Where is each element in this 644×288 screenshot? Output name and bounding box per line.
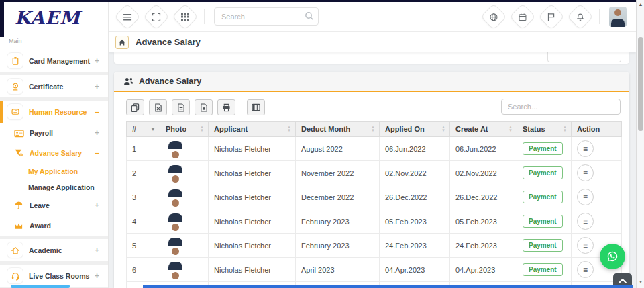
cell-deduct-month: August 2022: [296, 137, 380, 161]
column-header-photo[interactable]: Photo▲▼: [160, 122, 209, 137]
report-button[interactable]: [538, 3, 565, 30]
sidebar-section-label: Main: [0, 31, 108, 50]
cell-num: 6: [127, 258, 160, 282]
grid-icon: [181, 13, 189, 21]
cell-applicant: Nicholas Fletcher: [209, 185, 296, 209]
column-header-status[interactable]: Status▲▼: [517, 122, 572, 137]
sidebar-item-award[interactable]: Award: [0, 215, 108, 236]
certificate-icon: [7, 79, 23, 94]
column-header-applicant[interactable]: Applicant▲▼: [209, 122, 296, 137]
vertical-scrollbar[interactable]: ▲ ▼: [636, 0, 644, 288]
brand-logo[interactable]: KAEM: [0, 2, 108, 31]
human-resource-icon: [7, 104, 23, 119]
sidebar-item-advance-salary[interactable]: Advance Salary –: [0, 143, 108, 163]
sidebar-item-card-management[interactable]: Card Management +: [0, 50, 108, 72]
whatsapp-button[interactable]: [600, 244, 625, 269]
row-action-button[interactable]: ≡: [577, 140, 594, 157]
clipped-control: [547, 52, 621, 62]
cell-applied-on: 06.Jun.2022: [380, 137, 450, 161]
pdf-export-button[interactable]: [195, 99, 213, 115]
horizontal-scrollbar-thumb[interactable]: [11, 285, 70, 288]
sort-icon: ▲▼: [287, 126, 291, 132]
sidebar-item-live-class-rooms[interactable]: Live Class Rooms +: [0, 265, 108, 287]
column-header-deduct-month[interactable]: Deduct Month▲▼: [296, 122, 380, 137]
fullscreen-button[interactable]: [143, 3, 170, 30]
cell-num: 5: [127, 234, 160, 258]
clipboard-icon: [7, 53, 23, 68]
table-row: 3 Nicholas Fletcher December 2022 26.Dec…: [127, 185, 622, 209]
copy-button[interactable]: [126, 99, 144, 115]
cell-create-at: 26.Dec.2022: [450, 185, 517, 209]
status-badge: Payment: [523, 239, 563, 252]
breadcrumb-home-button[interactable]: [115, 36, 129, 49]
table-row: 5 Nicholas Fletcher February 2023 24.Feb…: [127, 234, 622, 258]
sidebar-item-manage-application[interactable]: Manage Application: [0, 179, 108, 195]
copy-icon: [131, 103, 140, 112]
cell-applied-on: 24.Feb.2023: [380, 234, 450, 258]
cell-applied-on: 04.Apr.2023: [380, 258, 450, 282]
csv-export-button[interactable]: [172, 99, 190, 115]
cell-num: 2: [127, 161, 160, 185]
scrollbar-down-arrow[interactable]: ▼: [637, 279, 644, 284]
column-visibility-button[interactable]: [247, 99, 265, 115]
table-search-input[interactable]: [501, 99, 621, 115]
scrollbar-up-arrow[interactable]: ▲: [637, 2, 644, 7]
print-button[interactable]: [217, 99, 235, 115]
panel-title: Advance Salary: [139, 77, 201, 86]
cell-applied-on: 02.Nov.2022: [380, 161, 450, 185]
cell-applicant: Nicholas Fletcher: [209, 209, 296, 234]
notifications-button[interactable]: [567, 3, 594, 30]
excel-icon: [154, 103, 162, 112]
sidebar-item-academic[interactable]: Academic +: [0, 239, 108, 261]
filter-icon: [13, 148, 24, 158]
umbrella-icon: [13, 201, 24, 210]
cell-applied-on: 05.Feb.2023: [380, 209, 450, 234]
sidebar-item-leave[interactable]: Leave +: [0, 195, 108, 215]
apps-button[interactable]: [172, 3, 199, 30]
sidebar-item-certificate[interactable]: Certificate +: [0, 75, 108, 97]
menu-toggle-button[interactable]: [114, 3, 141, 30]
app-window: KAEM Main Card Management + Certificate …: [0, 0, 644, 288]
advance-salary-table: #▼ Photo▲▼ Applicant▲▼ Deduct Month▲▼ Ap…: [126, 121, 622, 288]
row-action-button[interactable]: ≡: [577, 261, 594, 278]
sidebar-item-payroll[interactable]: Payroll +: [0, 123, 108, 143]
cell-applicant: Nicholas Fletcher: [209, 234, 296, 258]
status-badge: Payment: [523, 191, 563, 203]
row-action-button[interactable]: ≡: [577, 164, 594, 181]
globe-icon: [490, 12, 498, 21]
row-action-button[interactable]: ≡: [577, 237, 594, 254]
column-header-num[interactable]: #▼: [127, 122, 160, 137]
table-header-row: #▼ Photo▲▼ Applicant▲▼ Deduct Month▲▼ Ap…: [127, 122, 622, 137]
id-card-icon: [13, 129, 24, 138]
menu-icon: [123, 13, 132, 20]
cell-create-at: 24.Feb.2023: [450, 234, 517, 258]
scrollbar-thumb[interactable]: [638, 37, 643, 131]
status-badge: Payment: [523, 215, 563, 228]
column-header-applied-on[interactable]: Applied On▲▼: [380, 122, 450, 137]
language-button[interactable]: [480, 3, 507, 30]
bottom-bar: [143, 285, 633, 288]
sort-desc-icon: ▼: [150, 126, 156, 132]
excel-export-button[interactable]: [149, 99, 167, 115]
global-search-input[interactable]: [214, 7, 319, 26]
print-icon: [222, 103, 231, 112]
bell-icon: [576, 12, 585, 21]
flag-icon: [547, 12, 555, 21]
sidebar-item-human-resource[interactable]: Human Resource –: [0, 101, 108, 123]
user-avatar[interactable]: [609, 7, 627, 27]
calendar-button[interactable]: [509, 3, 536, 30]
table-row: 2 Nicholas Fletcher November 2022 02.Nov…: [127, 161, 622, 185]
sidebar-item-my-application[interactable]: My Application: [0, 163, 108, 179]
sort-icon: ▲▼: [200, 126, 204, 132]
row-action-button[interactable]: ≡: [577, 189, 594, 205]
sort-icon: ▲▼: [441, 126, 445, 132]
sort-icon: ▲▼: [371, 126, 375, 132]
status-badge: Payment: [523, 142, 563, 155]
divider: [599, 9, 600, 24]
column-header-create-at[interactable]: Create At▲▼: [450, 122, 517, 137]
clipped-panel: [114, 52, 629, 64]
cell-num: 4: [127, 209, 160, 234]
row-action-button[interactable]: ≡: [577, 213, 594, 230]
plus-icon: +: [95, 246, 99, 255]
table-row: 1 Nicholas Fletcher August 2022 06.Jun.2…: [127, 137, 622, 161]
